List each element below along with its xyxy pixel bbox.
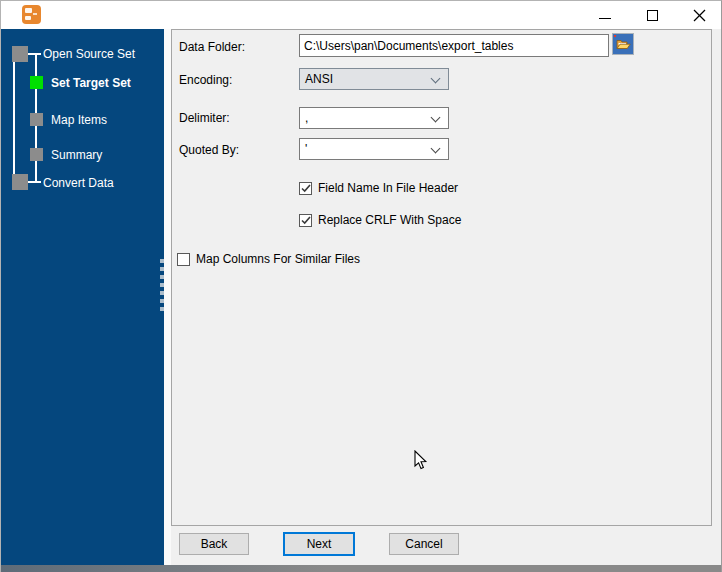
checkbox-checked-icon[interactable] [299, 214, 312, 227]
checkbox-checked-icon[interactable] [299, 182, 312, 195]
delimiter-value: , [305, 111, 308, 126]
quoted-by-label: Quoted By: [179, 143, 239, 157]
wizard-steps-sidebar: Open Source Set Set Target Set Map Items… [1, 29, 164, 565]
chevron-down-icon [431, 113, 441, 123]
encoding-label: Encoding: [179, 73, 232, 87]
step-label-convert-data: Convert Data [43, 175, 114, 191]
minimize-button[interactable] [582, 1, 628, 29]
delimiter-label: Delimiter: [179, 111, 230, 125]
browse-folder-button[interactable] [612, 33, 634, 55]
back-button[interactable]: Back [179, 533, 249, 555]
maximize-button[interactable] [629, 1, 675, 29]
sidebar-gutter [164, 29, 171, 565]
step-connector-line [28, 53, 41, 55]
quoted-by-select[interactable]: ' [299, 138, 449, 160]
encoding-value: ANSI [305, 72, 333, 87]
window-bottom-edge [1, 565, 722, 572]
step-connector-line [28, 181, 41, 183]
cancel-button[interactable]: Cancel [389, 533, 459, 555]
step-label-set-target-set: Set Target Set [51, 75, 131, 91]
checkbox-replace-crlf-with-space[interactable]: Replace CRLF With Space [299, 213, 479, 229]
checkbox-label: Replace CRLF With Space [318, 213, 461, 228]
step-marker-set-target-set-active [30, 76, 43, 89]
mouse-cursor [414, 450, 428, 470]
chevron-down-icon [431, 144, 441, 154]
step-marker-summary [30, 148, 43, 161]
quoted-by-value: ' [305, 142, 307, 157]
checkbox-field-name-in-file-header[interactable]: Field Name In File Header [299, 181, 479, 197]
checkbox-label: Map Columns For Similar Files [196, 252, 360, 267]
encoding-select[interactable]: ANSI [299, 68, 449, 90]
close-button[interactable] [676, 1, 722, 29]
step-label-map-items: Map Items [51, 112, 107, 128]
data-folder-input[interactable] [299, 34, 609, 57]
step-label-open-source-set: Open Source Set [43, 46, 135, 62]
open-folder-icon [616, 38, 631, 51]
step-marker-convert-data [12, 174, 28, 190]
step-marker-map-items [30, 113, 43, 126]
wizard-window: Open Source Set Set Target Set Map Items… [0, 0, 722, 572]
maximize-icon [647, 10, 658, 21]
chevron-down-icon [431, 74, 441, 84]
delimiter-select[interactable]: , [299, 107, 449, 129]
red-dot [614, 35, 616, 37]
minimize-icon [599, 18, 611, 19]
step-connector-line [13, 62, 15, 174]
data-folder-label: Data Folder: [179, 40, 245, 54]
app-icon [22, 5, 41, 24]
next-button[interactable]: Next [283, 532, 355, 556]
checkbox-label: Field Name In File Header [318, 181, 458, 196]
step-label-summary: Summary [51, 147, 102, 163]
form-group-box [171, 29, 712, 526]
checkbox-unchecked-icon[interactable] [177, 253, 190, 266]
titlebar[interactable] [1, 1, 721, 29]
checkbox-map-columns-for-similar-files[interactable]: Map Columns For Similar Files [177, 252, 377, 268]
step-marker-open-source-set [12, 46, 28, 62]
close-icon [693, 9, 706, 22]
